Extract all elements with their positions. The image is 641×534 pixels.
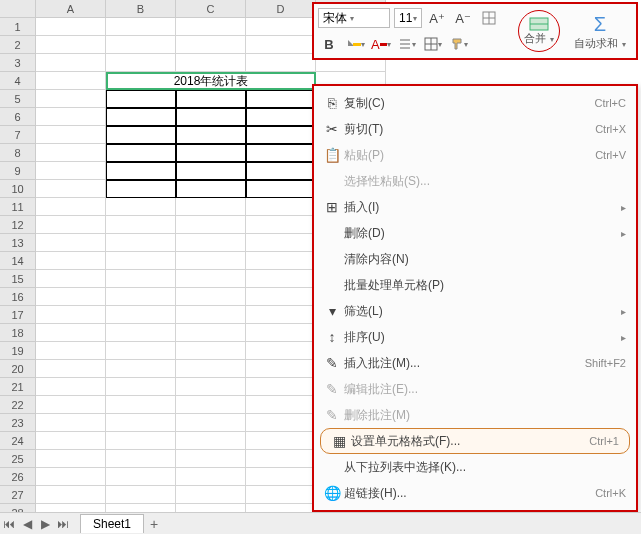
cell[interactable]: [176, 234, 246, 252]
row-header[interactable]: 27: [0, 486, 36, 504]
menu-item-15[interactable]: 🌐超链接(H)...Ctrl+K: [314, 480, 636, 506]
autosum-button[interactable]: Σ 自动求和 ▾: [570, 10, 630, 54]
row-header[interactable]: 15: [0, 270, 36, 288]
cell[interactable]: [176, 486, 246, 504]
cell[interactable]: [36, 216, 106, 234]
cell[interactable]: [106, 18, 176, 36]
cell[interactable]: [246, 198, 316, 216]
col-header-d[interactable]: D: [246, 0, 316, 18]
format-cells-button[interactable]: [478, 7, 500, 29]
cell[interactable]: [36, 252, 106, 270]
cell[interactable]: [106, 126, 176, 144]
cell[interactable]: [36, 360, 106, 378]
cell[interactable]: [36, 54, 106, 72]
menu-item-7[interactable]: 批量处理单元格(P): [314, 272, 636, 298]
cell[interactable]: [176, 468, 246, 486]
row-header[interactable]: 14: [0, 252, 36, 270]
tab-nav-prev[interactable]: ◀: [18, 515, 36, 533]
cell[interactable]: [36, 468, 106, 486]
cell[interactable]: [106, 234, 176, 252]
menu-item-6[interactable]: 清除内容(N): [314, 246, 636, 272]
cell[interactable]: [176, 252, 246, 270]
cell[interactable]: [36, 288, 106, 306]
cell[interactable]: [106, 486, 176, 504]
cell[interactable]: [36, 432, 106, 450]
row-header[interactable]: 2: [0, 36, 36, 54]
cell[interactable]: [106, 90, 176, 108]
cell[interactable]: [36, 162, 106, 180]
cell[interactable]: [36, 306, 106, 324]
menu-item-0[interactable]: ⎘复制(C)Ctrl+C: [314, 90, 636, 116]
cell[interactable]: [106, 324, 176, 342]
cell[interactable]: [246, 342, 316, 360]
fill-color-button[interactable]: ▾: [344, 33, 366, 55]
cell[interactable]: [36, 144, 106, 162]
cell[interactable]: [106, 414, 176, 432]
cell[interactable]: [106, 144, 176, 162]
decrease-font-button[interactable]: A⁻: [452, 7, 474, 29]
cell[interactable]: [246, 180, 316, 198]
cell[interactable]: [246, 144, 316, 162]
cell[interactable]: [246, 126, 316, 144]
row-header[interactable]: 4: [0, 72, 36, 90]
cell[interactable]: [246, 450, 316, 468]
cell[interactable]: [36, 450, 106, 468]
cell[interactable]: [176, 450, 246, 468]
row-header[interactable]: 21: [0, 378, 36, 396]
cell[interactable]: [176, 396, 246, 414]
menu-item-5[interactable]: 删除(D)▸: [314, 220, 636, 246]
menu-item-8[interactable]: ▾筛选(L)▸: [314, 298, 636, 324]
row-header[interactable]: 6: [0, 108, 36, 126]
row-header[interactable]: 11: [0, 198, 36, 216]
cell[interactable]: [246, 360, 316, 378]
cell[interactable]: [106, 468, 176, 486]
cell[interactable]: [246, 486, 316, 504]
cell[interactable]: [106, 180, 176, 198]
row-header[interactable]: 10: [0, 180, 36, 198]
cell[interactable]: [36, 486, 106, 504]
row-header[interactable]: 19: [0, 342, 36, 360]
cell[interactable]: [176, 90, 246, 108]
add-sheet-button[interactable]: +: [144, 516, 164, 532]
borders-button[interactable]: ▾: [422, 33, 444, 55]
menu-item-4[interactable]: ⊞插入(I)▸: [314, 194, 636, 220]
row-header[interactable]: 25: [0, 450, 36, 468]
merged-title-cell[interactable]: 2018年统计表: [106, 72, 316, 90]
cell[interactable]: [246, 234, 316, 252]
cell[interactable]: [176, 18, 246, 36]
col-header-b[interactable]: B: [106, 0, 176, 18]
align-button[interactable]: ▾: [396, 33, 418, 55]
font-size-select[interactable]: 11▾: [394, 8, 422, 28]
row-header[interactable]: 12: [0, 216, 36, 234]
cell[interactable]: [246, 18, 316, 36]
cell[interactable]: [246, 252, 316, 270]
cell[interactable]: [176, 126, 246, 144]
cell[interactable]: [176, 216, 246, 234]
cell[interactable]: [106, 36, 176, 54]
col-header-c[interactable]: C: [176, 0, 246, 18]
font-name-select[interactable]: 宋体▾: [318, 8, 390, 28]
cell[interactable]: [246, 414, 316, 432]
cell[interactable]: [106, 306, 176, 324]
sheet-tab-1[interactable]: Sheet1: [80, 514, 144, 533]
row-header[interactable]: 7: [0, 126, 36, 144]
cell[interactable]: [246, 54, 316, 72]
select-all-corner[interactable]: [0, 0, 36, 18]
cell[interactable]: [246, 162, 316, 180]
cell[interactable]: [36, 180, 106, 198]
tab-nav-last[interactable]: ⏭: [54, 515, 72, 533]
row-header[interactable]: 17: [0, 306, 36, 324]
row-header[interactable]: 3: [0, 54, 36, 72]
cell[interactable]: [106, 432, 176, 450]
row-header[interactable]: 26: [0, 468, 36, 486]
cell[interactable]: [36, 324, 106, 342]
cell[interactable]: [176, 144, 246, 162]
cell[interactable]: [36, 342, 106, 360]
row-header[interactable]: 1: [0, 18, 36, 36]
row-header[interactable]: 5: [0, 90, 36, 108]
cell[interactable]: [176, 324, 246, 342]
menu-item-10[interactable]: ✎插入批注(M)...Shift+F2: [314, 350, 636, 376]
format-painter-button[interactable]: ▾: [448, 33, 470, 55]
cell[interactable]: [176, 288, 246, 306]
col-header-a[interactable]: A: [36, 0, 106, 18]
